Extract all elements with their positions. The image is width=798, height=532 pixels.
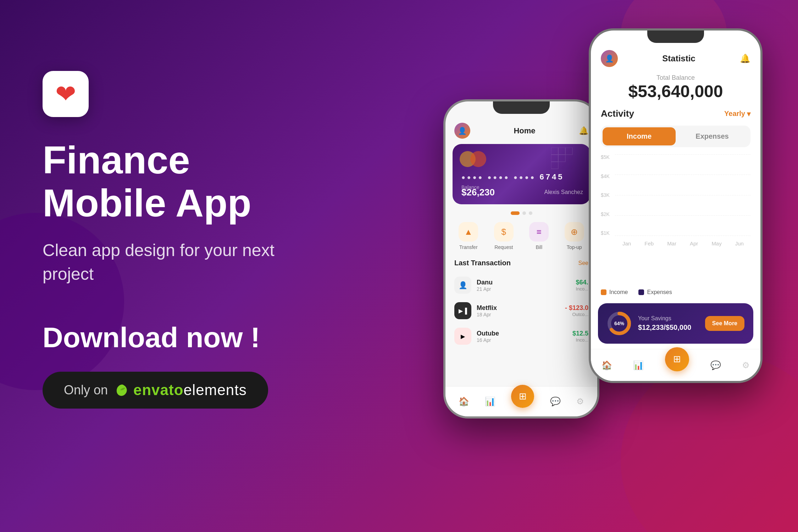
nav-chat-icon[interactable]: 💬	[550, 397, 561, 406]
savings-card: 64% Your Savings $12,233/$50,000 See Mor…	[598, 303, 753, 344]
chart-area: $5K $4K $3K $2K $1K	[591, 154, 760, 285]
tab-expenses[interactable]: Expenses	[676, 127, 749, 145]
transaction-metflix[interactable]: ▶▐ Metflix 18 Apr - $123.0 Outco...	[445, 298, 597, 323]
tx-type-metflix: Outco...	[565, 312, 588, 317]
savings-amount: $12,233/$50,000	[638, 323, 699, 332]
phone-statistic: 👤 Statistic 🔔 Total Balance $53,640,000 …	[589, 28, 763, 383]
phone2-avatar: 👤	[601, 50, 618, 67]
x-label-jun: Jun	[735, 240, 744, 246]
app-title: Finance Mobile App	[43, 138, 298, 224]
envato-leaf-icon	[115, 383, 130, 398]
activity-title: Activity	[601, 108, 634, 119]
request-label: Request	[494, 244, 513, 250]
bill-icon: ≡	[529, 222, 549, 242]
credit-card: ●●●● ●●●● ●●●● 6745 Balance $26,230 Alex…	[453, 144, 590, 204]
nav2-chat-icon[interactable]: 💬	[710, 360, 721, 370]
phone1-avatar: 👤	[454, 123, 470, 139]
nav-home-icon[interactable]: 🏠	[459, 397, 469, 406]
bars-wrapper	[616, 154, 750, 235]
heart-icon: ❤	[55, 79, 76, 109]
action-bill[interactable]: ≡ Bill	[529, 222, 549, 250]
savings-donut-chart: 64%	[607, 311, 632, 336]
action-request[interactable]: $ Request	[494, 222, 514, 250]
tx-info-danu: Danu 21 Apr	[477, 279, 571, 292]
chart-inner: $5K $4K $3K $2K $1K	[601, 154, 750, 246]
action-topup[interactable]: ⊕ Top-up	[565, 222, 584, 250]
fab-button-2[interactable]: ⊞	[665, 347, 689, 371]
tx-info-metflix: Metflix 18 Apr	[477, 304, 560, 317]
phone2-header: 👤 Statistic 🔔	[591, 46, 760, 71]
y-label-2k: $2K	[601, 211, 610, 217]
svg-rect-4	[558, 155, 565, 162]
envato-badge[interactable]: Only on envatoelements	[43, 372, 268, 409]
tx-name-outube: Outube	[477, 330, 567, 337]
see-all-link[interactable]: See	[578, 260, 588, 266]
tx-name-metflix: Metflix	[477, 304, 560, 312]
phone2-content: 👤 Statistic 🔔 Total Balance $53,640,000 …	[591, 31, 760, 381]
transfer-icon: ▲	[459, 222, 478, 242]
y-label-3k: $3K	[601, 192, 610, 198]
bill-label: Bill	[536, 244, 542, 250]
action-transfer[interactable]: ▲ Transfer	[459, 222, 478, 250]
legend-expenses-label: Expenses	[647, 289, 672, 295]
envato-logo: envatoelements	[115, 382, 247, 399]
svg-rect-2	[565, 148, 572, 155]
tx-icon-danu: 👤	[454, 277, 471, 294]
card-dot-2	[522, 211, 526, 215]
tx-info-outube: Outube 16 Apr	[477, 330, 567, 343]
tx-right-outube: $12.5 Inco...	[572, 330, 588, 343]
request-icon: $	[494, 222, 514, 242]
phone1-content: 👤 Home 🔔	[445, 101, 597, 416]
transaction-danu[interactable]: 👤 Danu 21 Apr $64. Inco...	[445, 272, 597, 298]
phone-notch-2	[647, 31, 704, 43]
phones-container: 👤 Home 🔔	[443, 28, 763, 419]
nav-settings-icon[interactable]: ⚙	[576, 397, 584, 406]
topup-icon: ⊕	[565, 222, 584, 242]
card-owner: Alexis Sanchez	[544, 189, 583, 195]
tx-right-danu: $64. Inco...	[576, 279, 588, 292]
legend-income: Income	[601, 289, 628, 295]
x-label-jan: Jan	[622, 240, 631, 246]
envato-text: envatoelements	[133, 382, 247, 399]
phone-home: 👤 Home 🔔	[443, 99, 599, 419]
phone1-title: Home	[514, 126, 535, 135]
app-logo: ❤	[43, 71, 89, 117]
tx-date-metflix: 18 Apr	[477, 312, 560, 317]
nav2-home-icon[interactable]: 🏠	[602, 360, 612, 370]
total-balance-value: $53,640,000	[591, 82, 760, 101]
tx-date-danu: 21 Apr	[477, 286, 571, 292]
fab-button-1[interactable]: ⊞	[511, 385, 534, 408]
nav-activity-icon[interactable]: 📊	[485, 397, 495, 406]
tx-amount-danu: $64.	[576, 279, 588, 286]
x-label-may: May	[711, 240, 721, 246]
tab-income[interactable]: Income	[603, 127, 676, 145]
legend-dot-expenses	[638, 289, 644, 295]
see-more-button[interactable]: See More	[705, 316, 744, 331]
tx-type-danu: Inco...	[576, 286, 588, 292]
app-subtitle: Clean app design for your next project	[43, 238, 298, 286]
activity-header: Activity Yearly ▾	[591, 108, 760, 119]
bell-icon-1: 🔔	[579, 126, 588, 135]
transaction-outube[interactable]: ▶ Outube 16 Apr $12.5 Inco...	[445, 323, 597, 349]
tx-name-danu: Danu	[477, 279, 571, 286]
nav2-stats-icon[interactable]: 📊	[633, 360, 644, 370]
tx-right-metflix: - $123.0 Outco...	[565, 304, 588, 317]
yearly-button[interactable]: Yearly ▾	[724, 110, 750, 118]
x-label-apr: Apr	[690, 240, 698, 246]
nav2-settings-icon[interactable]: ⚙	[742, 360, 750, 370]
left-content: ❤ Finance Mobile App Clean app design fo…	[43, 71, 298, 409]
y-label-4k: $4K	[601, 173, 610, 179]
only-on-text: Only on	[64, 383, 108, 398]
y-label-1k: $1K	[601, 230, 610, 236]
legend-dot-income	[601, 289, 606, 295]
card-dot-1	[511, 211, 520, 215]
quick-actions: ▲ Transfer $ Request ≡ Bill ⊕ Top-up	[445, 222, 597, 250]
card-dot-3	[529, 211, 532, 215]
tx-date-outube: 16 Apr	[477, 337, 567, 343]
mc-circle-right	[470, 151, 486, 167]
card-dots: ●●●● ●●●● ●●●● 6745	[461, 172, 564, 182]
tx-type-outube: Inco...	[572, 337, 588, 343]
savings-label: Your Savings	[638, 315, 699, 322]
last-tx-title: Last Transaction	[454, 259, 511, 267]
phone1-bottom-nav: 🏠 📊 ⊞ 💬 ⚙	[445, 386, 597, 416]
